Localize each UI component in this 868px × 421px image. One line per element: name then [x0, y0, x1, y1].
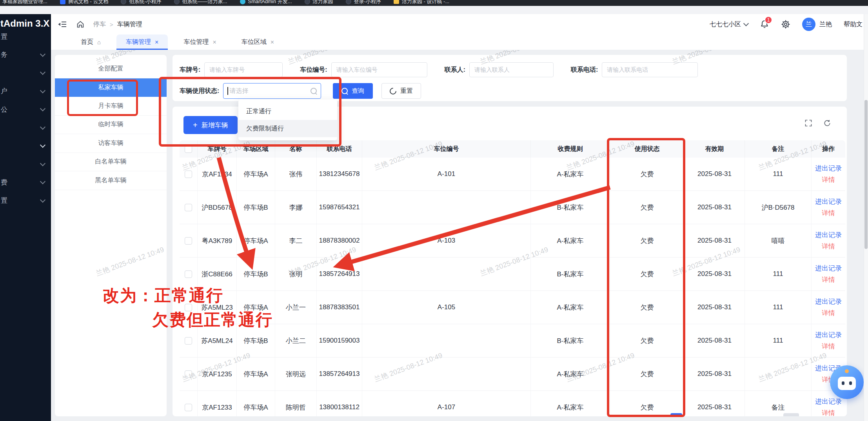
user-menu[interactable]: 兰 兰艳	[802, 18, 832, 31]
cell-actions: 进出记录 详情	[812, 258, 845, 290]
records-link[interactable]: 进出记录	[815, 197, 842, 206]
settings-button[interactable]	[781, 20, 790, 29]
community-selector[interactable]: 七七七小区	[710, 20, 748, 29]
bookmark-item[interactable]: 活力家园 - 设计稿 -...	[394, 0, 449, 5]
add-vehicle-button[interactable]: + 新增车辆	[183, 116, 238, 134]
cell-valid: 2025-08-31	[685, 258, 745, 290]
records-link[interactable]: 进出记录	[815, 297, 842, 306]
status-select[interactable]: 请选择	[223, 83, 321, 99]
table-row: 沪BD5678 停车场B 李娜 15987654321 B-私家车 欠费 202…	[180, 191, 845, 224]
tab-车位区域[interactable]: 车位区域 ×	[232, 34, 283, 50]
sidebar-item[interactable]	[0, 64, 51, 82]
search-button[interactable]: 查询	[333, 83, 373, 99]
detail-link[interactable]: 详情	[822, 275, 835, 284]
tab-车辆管理[interactable]: 车辆管理 ×	[116, 34, 168, 50]
records-link[interactable]: 进出记录	[815, 230, 842, 240]
cell-valid: 2025-08-31	[685, 224, 745, 257]
column-header: 车牌号	[198, 140, 237, 158]
fullscreen-button[interactable]	[804, 119, 812, 127]
select-all-checkbox[interactable]	[185, 145, 192, 153]
sidebar-item[interactable]: 公	[0, 100, 51, 118]
cell-phone: 13857264913	[317, 258, 362, 290]
close-icon[interactable]: ×	[155, 39, 158, 46]
filter-input[interactable]: 请输入联系人	[469, 62, 554, 77]
column-header: 使用状态	[610, 140, 685, 158]
bookmark-item[interactable]: SmartAdmin 开发...	[240, 0, 292, 5]
breadcrumb-parent[interactable]: 停车	[93, 20, 106, 29]
scrollbar-thumb[interactable]	[864, 100, 868, 249]
column-header: 操作	[812, 140, 845, 158]
sidebar-item[interactable]	[0, 137, 51, 155]
sidebar-item[interactable]: 费	[0, 173, 51, 191]
filter-input[interactable]: 请输入车位编号	[331, 62, 427, 77]
assistant-robot-button[interactable]	[830, 365, 864, 399]
filter-input[interactable]: 请输入联系电话	[602, 62, 698, 77]
bookmark-item[interactable]: 登录-小程序	[346, 0, 381, 5]
pagination-control[interactable]	[783, 413, 799, 416]
category-item-临时车辆[interactable]: 临时车辆	[55, 116, 167, 134]
dropdown-option-正常通行[interactable]: 正常通行	[238, 103, 337, 120]
cell-valid: 2025-08-31	[685, 158, 745, 191]
sidebar-item[interactable]: 置	[0, 192, 51, 210]
chevron-down-icon	[40, 179, 45, 184]
detail-link[interactable]: 详情	[822, 308, 835, 318]
cell-remark: 沪B·D5678	[745, 191, 812, 224]
close-icon[interactable]: ×	[271, 39, 274, 46]
bookmark-item[interactable]: 腾讯文档 - 云文档	[60, 0, 109, 5]
bookmark-item[interactable]: 享福家园物业管理...	[2, 0, 47, 5]
browser-bookmarks-bar: 享福家园物业管理... 腾讯文档 - 云文档 伯系统-小程序 伯系统——活力家.…	[0, 0, 868, 6]
tab-首页[interactable]: 首页 ⌂	[71, 34, 110, 50]
sidebar-item[interactable]	[0, 155, 51, 173]
detail-link[interactable]: 详情	[822, 209, 835, 218]
tab-车位管理[interactable]: 车位管理 ×	[174, 34, 225, 50]
bookmark-item[interactable]: 伯系统-小程序	[121, 0, 161, 5]
filter-input[interactable]: 请输入车牌号	[204, 62, 283, 77]
cell-status: 欠费	[610, 324, 685, 357]
records-link[interactable]: 进出记录	[815, 264, 842, 273]
records-link[interactable]: 进出记录	[815, 397, 842, 406]
notifications-button[interactable]: 1	[760, 20, 769, 29]
category-item-白名单车辆[interactable]: 白名单车辆	[55, 153, 167, 172]
collapse-menu-icon[interactable]	[58, 20, 67, 29]
records-link[interactable]: 进出记录	[815, 330, 842, 339]
category-item-月卡车辆[interactable]: 月卡车辆	[55, 97, 167, 116]
row-checkbox[interactable]	[185, 204, 192, 211]
close-icon[interactable]: ×	[212, 39, 216, 46]
sidebar-item[interactable]: 户	[0, 82, 51, 100]
sidebar-item[interactable]: 务	[0, 46, 51, 64]
cell-plate: 京AF1234	[198, 158, 237, 191]
row-checkbox[interactable]	[185, 370, 192, 378]
category-item-私家车辆[interactable]: 私家车辆	[55, 78, 167, 97]
row-checkbox[interactable]	[185, 404, 192, 411]
cell-rule: B-私家车	[531, 258, 610, 290]
pagination-current-page[interactable]	[670, 413, 682, 416]
detail-link[interactable]: 详情	[822, 342, 835, 351]
records-link[interactable]: 进出记录	[815, 164, 842, 173]
help-link[interactable]: 帮助文	[844, 20, 863, 29]
cell-area: 停车场B	[237, 191, 275, 224]
scrollbar[interactable]	[864, 6, 868, 421]
row-checkbox[interactable]	[185, 237, 192, 245]
refresh-button[interactable]	[823, 119, 831, 127]
row-checkbox[interactable]	[185, 171, 192, 178]
category-item-黑名单车辆[interactable]: 黑名单车辆	[55, 171, 167, 190]
column-header: 车场区域	[237, 140, 275, 158]
home-icon[interactable]	[76, 20, 85, 29]
row-checkbox[interactable]	[185, 337, 192, 345]
category-item-访客车辆[interactable]: 访客车辆	[55, 134, 167, 153]
dropdown-option-欠费限制通行[interactable]: 欠费限制通行	[238, 120, 337, 137]
detail-link[interactable]: 详情	[822, 175, 835, 184]
sidebar-item[interactable]	[0, 119, 51, 137]
favicon-icon	[394, 0, 399, 4]
row-checkbox[interactable]	[185, 270, 192, 278]
category-item-全部配置[interactable]: 全部配置	[55, 60, 167, 78]
bookmark-item[interactable]: 伯系统——活力家...	[174, 0, 227, 5]
sidebar-item[interactable]: 置	[0, 27, 51, 45]
detail-link[interactable]: 详情	[822, 408, 835, 416]
cell-area: 停车场A	[237, 224, 275, 257]
status-dropdown: 正常通行欠费限制通行	[238, 100, 337, 140]
reset-button[interactable]: 重置	[381, 83, 421, 99]
bookmark-item[interactable]: 活力家园	[305, 0, 333, 5]
detail-link[interactable]: 详情	[822, 242, 835, 251]
cell-valid: 2025-08-31	[685, 391, 745, 416]
